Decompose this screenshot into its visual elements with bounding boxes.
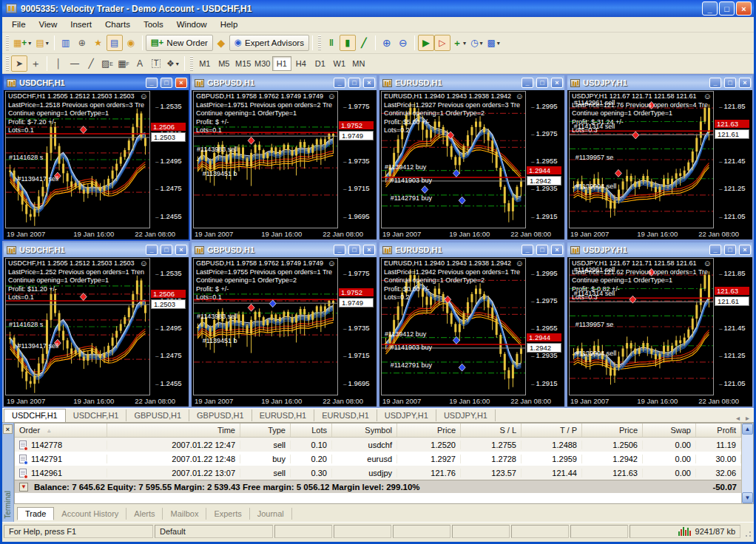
chart-minimize-button[interactable]: _ [146,245,158,255]
window-tab[interactable]: USDCHF,H1 [66,409,127,421]
window-tab[interactable]: EURUSD,H1 [252,409,315,421]
tab-scroll-left-icon[interactable]: ◂ [736,414,740,422]
price-chart[interactable]: #1143983 sell#1139451 b GBPUSD,H1 1.9758… [193,91,338,228]
timeframe-w1[interactable]: W1 [330,56,349,71]
chart-maximize-button[interactable]: □ [161,78,172,88]
toolbar-grip[interactable] [6,56,9,71]
chart-window[interactable]: USDCHF,H1 _ □ × #1141628 s#1139417 sell … [2,241,190,408]
line-chart-button[interactable]: ╱ [356,35,372,51]
terminal-close-icon[interactable]: × [3,424,13,434]
arrows-tool-button[interactable]: ❖▾ [164,55,181,72]
price-chart[interactable]: #1142961 sell#1141314 sell#1139957 se#11… [569,91,714,228]
order-row[interactable]: 1142778 2007.01.22 12:47 sell 0.10 usdch… [15,438,741,452]
text-tool-button[interactable]: A [132,55,148,72]
chart-window-titlebar[interactable]: EURUSD,H1 _ □ × [379,242,564,257]
chart-minimize-button[interactable]: _ [334,245,345,255]
toolbar-grip[interactable] [318,35,321,50]
window-maximize-button[interactable]: □ [719,1,735,16]
fibonacci-button[interactable]: ▦F [115,55,132,72]
chart-window[interactable]: EURUSD,H1 _ □ × #1139412 buy#1141903 buy… [378,74,566,241]
menu-charts[interactable]: Charts [98,18,137,30]
resize-grip[interactable] [742,525,752,538]
menu-window[interactable]: Window [170,18,214,30]
metaeditor-button[interactable]: ◆ [213,35,229,51]
horizontal-line-button[interactable]: — [67,55,83,72]
scroll-up-icon[interactable]: ▲ [742,424,753,435]
tab-experts[interactable]: Experts [206,508,249,520]
status-profile[interactable]: Default [155,525,273,538]
chart-minimize-button[interactable]: _ [334,78,345,88]
chart-close-button[interactable]: × [363,78,375,88]
data-window-button[interactable]: ⊕ [74,35,90,51]
window-tab[interactable]: EURUSD,H1 [314,409,377,421]
chart-window-titlebar[interactable]: USDCHF,H1 _ □ × [4,75,189,90]
chart-minimize-button[interactable]: _ [709,78,721,88]
templates-button[interactable]: ▩▾ [485,35,502,51]
text-label-button[interactable]: T [148,55,164,72]
chart-shift-button[interactable]: ▷ [434,35,450,51]
chart-maximize-button[interactable]: □ [348,245,360,255]
tab-scroll-right-icon[interactable]: ▸ [746,414,749,422]
chart-close-button[interactable]: × [551,245,563,255]
window-close-button[interactable]: × [736,1,752,16]
chart-minimize-button[interactable]: _ [522,78,533,88]
trade-table-header[interactable]: Order▵ Time Type Lots Symbol Price S / L… [15,424,741,438]
window-titlebar[interactable]: 9005335: Velocity Trader - Demo Account … [2,0,754,17]
expert-advisors-button[interactable]: ◉Expert Advisors [229,35,309,51]
chart-minimize-button[interactable]: _ [522,245,533,255]
chart-window-titlebar[interactable]: USDJPY,H1 _ □ × [567,75,752,90]
timeframe-d1[interactable]: D1 [311,56,330,71]
chart-maximize-button[interactable]: □ [536,78,548,88]
chart-minimize-button[interactable]: _ [709,245,721,255]
candlestick-chart-button[interactable]: ▮ [340,35,356,51]
chart-window-titlebar[interactable]: GBPUSD,H1 _ □ × [192,242,377,257]
scroll-down-icon[interactable]: ▼ [742,492,753,503]
chart-close-button[interactable]: × [739,245,751,255]
chart-maximize-button[interactable]: □ [348,78,360,88]
chart-close-button[interactable]: × [739,78,751,88]
timeframe-m30[interactable]: M30 [253,56,272,71]
navigator-button[interactable]: ★ [90,35,107,51]
chart-minimize-button[interactable]: _ [146,78,158,88]
chart-window[interactable]: USDJPY,H1 _ □ × #1142961 sell#1141314 se… [566,74,754,241]
market-watch-button[interactable]: ▥ [58,35,74,51]
price-chart[interactable]: #1141628 s#1139417 sell USDCHF,H1 1.2505… [5,91,150,228]
price-chart[interactable]: #1139412 buy#1141903 buy#1142791 buy EUR… [381,258,526,395]
window-minimize-button[interactable]: _ [702,1,718,16]
chart-close-button[interactable]: × [175,78,187,88]
window-tab[interactable]: USDCHF,H1 [4,409,66,422]
timeframe-m15[interactable]: M15 [234,56,253,71]
timeframe-h1[interactable]: H1 [272,56,291,71]
chart-maximize-button[interactable]: □ [161,245,172,255]
price-chart[interactable]: #1139412 buy#1141903 buy#1142791 buy EUR… [381,91,526,228]
tab-account-history[interactable]: Account History [54,508,126,520]
chart-window-titlebar[interactable]: GBPUSD,H1 _ □ × [192,75,377,90]
order-row[interactable]: 1142961 2007.01.22 13:07 sell 0.30 usdjp… [15,466,741,480]
equidistant-channel-button[interactable]: ▨E [99,55,115,72]
terminal-button[interactable]: ▤ [107,35,123,51]
new-chart-button[interactable]: ▦+▾ [11,35,33,51]
menu-insert[interactable]: Insert [64,18,98,30]
window-tab[interactable]: GBPUSD,H1 [126,409,189,421]
periods-button[interactable]: ◷▾ [468,35,485,51]
tab-trade[interactable]: Trade [17,507,54,520]
strategy-tester-button[interactable]: ◉ [123,35,139,51]
chart-window[interactable]: USDJPY,H1 _ □ × #1142961 sell#1141314 se… [566,241,754,408]
window-tab[interactable]: USDJPY,H1 [436,409,496,421]
profiles-button[interactable]: ▤▾ [33,35,50,51]
crosshair-tool-button[interactable]: ＋ [27,55,44,72]
chart-window-titlebar[interactable]: USDCHF,H1 _ □ × [4,242,189,257]
window-tab[interactable]: USDJPY,H1 [377,409,436,421]
chart-close-button[interactable]: × [551,78,563,88]
chart-window[interactable]: GBPUSD,H1 _ □ × #1143983 sell#1139451 b … [190,74,378,241]
chart-close-button[interactable]: × [363,245,375,255]
timeframe-mn[interactable]: MN [349,56,368,71]
menu-help[interactable]: Help [214,18,245,30]
toolbar-grip[interactable] [6,35,9,50]
tab-alerts[interactable]: Alerts [126,508,163,520]
menu-file[interactable]: File [5,18,33,30]
vertical-line-button[interactable]: │ [50,55,67,72]
timeframe-h4[interactable]: H4 [291,56,311,71]
terminal-scrollbar[interactable]: ▲ ▼ [741,423,754,504]
toolbar-grip[interactable] [190,56,193,71]
